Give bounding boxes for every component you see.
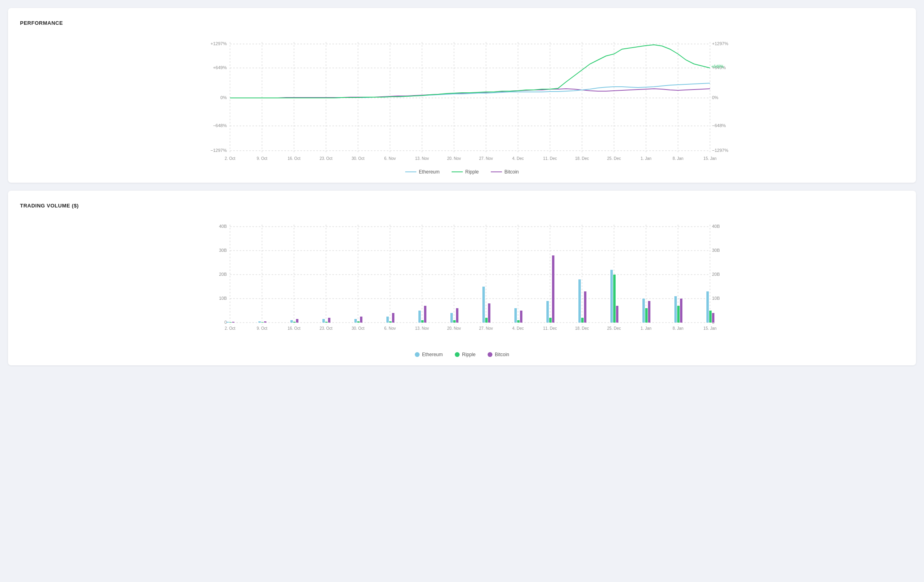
bar-eth-5 — [354, 319, 357, 323]
bar-xrp-3 — [293, 322, 296, 323]
bar-btc-4 — [328, 318, 330, 323]
legend-bitcoin-vol: Bitcoin — [488, 352, 509, 357]
volume-svg: 40B 30B 20B 10B 0 40B 30B 20B 10B 0 — [20, 217, 904, 345]
legend-bitcoin-perf: Bitcoin — [491, 169, 519, 175]
y-label-neg1-left: −648% — [213, 123, 227, 128]
bar-eth-15 — [674, 296, 677, 323]
bar-eth-4 — [322, 319, 325, 323]
svg-text:2. Oct: 2. Oct — [225, 156, 236, 161]
ripple-vol-dot-icon — [455, 352, 460, 357]
bar-xrp-6 — [389, 321, 392, 323]
svg-text:18. Dec: 18. Dec — [575, 156, 589, 161]
bar-btc-12 — [584, 291, 586, 323]
svg-text:23. Oct: 23. Oct — [320, 156, 332, 161]
svg-text:1. Jan: 1. Jan — [640, 326, 651, 331]
y-label-zero-left: 0% — [220, 95, 227, 100]
bar-btc-11 — [552, 255, 554, 323]
vol-y-30b-left: 30B — [219, 248, 227, 253]
volume-chart-area: 40B 30B 20B 10B 0 40B 30B 20B 10B 0 — [20, 217, 904, 357]
svg-text:30. Oct: 30. Oct — [352, 326, 364, 331]
bitcoin-vol-dot-icon — [488, 352, 492, 357]
vol-y-20b-left: 20B — [219, 272, 227, 277]
y-label-neg2-left: −1297% — [210, 148, 227, 153]
performance-legend: Ethereum Ripple Bitcoin — [20, 169, 904, 175]
svg-text:9. Oct: 9. Oct — [257, 156, 268, 161]
bitcoin-legend-label: Bitcoin — [504, 169, 519, 175]
svg-text:8. Jan: 8. Jan — [672, 326, 683, 331]
bar-btc-9 — [488, 303, 490, 323]
volume-card: TRADING VOLUME ($) 40B 30B 20B 10B 0 40B… — [8, 191, 916, 365]
vol-y-40b-right: 40B — [712, 224, 720, 229]
bar-xrp-5 — [357, 321, 360, 323]
y-label-top-left: +1297% — [210, 41, 227, 46]
performance-card: PERFORMANCE +1297% +649% 0% −648% −1297%… — [8, 8, 916, 183]
legend-ethereum-vol: Ethereum — [415, 352, 443, 357]
bar-btc-2 — [264, 321, 266, 323]
legend-ripple-vol: Ripple — [455, 352, 476, 357]
ethereum-legend-line-icon — [405, 170, 416, 174]
ripple-legend-label: Ripple — [465, 169, 479, 175]
volume-legend: Ethereum Ripple Bitcoin — [20, 352, 904, 357]
bar-btc-10 — [520, 311, 522, 323]
ripple-legend-line-icon — [452, 170, 463, 174]
svg-text:15. Jan: 15. Jan — [704, 156, 717, 161]
bar-eth-12 — [578, 279, 581, 323]
bar-eth-8 — [450, 313, 453, 323]
y-label-2-left: +649% — [213, 65, 227, 70]
bar-xrp-13 — [613, 275, 616, 323]
bar-btc-5 — [360, 317, 362, 323]
bar-eth-9 — [482, 287, 485, 323]
bar-eth-3 — [290, 320, 293, 323]
y-label-zero-right: 0% — [712, 95, 718, 100]
y-label-neg1-right: −648% — [712, 123, 726, 128]
ripple-right-label: +649% — [711, 64, 724, 69]
svg-text:6. Nov: 6. Nov — [384, 326, 396, 331]
svg-text:18. Dec: 18. Dec — [575, 326, 589, 331]
bitcoin-legend-line-icon — [491, 170, 502, 174]
bar-eth-14 — [642, 299, 645, 323]
bar-xrp-14 — [645, 308, 648, 323]
svg-text:13. Nov: 13. Nov — [415, 326, 429, 331]
y-label-top-right: +1297% — [712, 41, 728, 46]
svg-text:6. Nov: 6. Nov — [384, 156, 396, 161]
legend-ripple-perf: Ripple — [452, 169, 479, 175]
bar-xrp-9 — [485, 318, 488, 323]
bar-btc-14 — [648, 301, 650, 323]
bar-xrp-1 — [229, 322, 232, 323]
bar-eth-6 — [386, 317, 389, 323]
bar-eth-2 — [258, 321, 261, 323]
svg-text:1. Jan: 1. Jan — [640, 156, 651, 161]
bar-btc-15 — [680, 299, 682, 323]
y-label-neg2-right: −1297% — [712, 148, 728, 153]
bar-btc-7 — [424, 306, 426, 323]
performance-chart-area: +1297% +649% 0% −648% −1297% +1297% +649… — [20, 34, 904, 175]
bar-btc-3 — [296, 319, 298, 323]
bar-eth-11 — [546, 301, 549, 323]
vol-y-30b-right: 30B — [712, 248, 720, 253]
svg-text:27. Nov: 27. Nov — [479, 326, 493, 331]
bar-xrp-15 — [677, 306, 680, 323]
svg-text:16. Oct: 16. Oct — [288, 156, 300, 161]
bar-xrp-12 — [581, 318, 584, 323]
ethereum-legend-label: Ethereum — [419, 169, 440, 175]
svg-text:20. Nov: 20. Nov — [447, 326, 461, 331]
bar-btc-16 — [712, 313, 714, 323]
bar-btc-8 — [456, 308, 458, 323]
bar-xrp-8 — [453, 320, 456, 323]
bar-eth-16 — [706, 291, 709, 323]
bar-eth-7 — [418, 311, 421, 323]
svg-text:20. Nov: 20. Nov — [447, 156, 461, 161]
performance-svg: +1297% +649% 0% −648% −1297% +1297% +649… — [20, 34, 904, 162]
bar-eth-1 — [226, 322, 229, 323]
ethereum-performance-line — [230, 83, 710, 98]
svg-text:8. Jan: 8. Jan — [672, 156, 683, 161]
ethereum-vol-dot-icon — [415, 352, 420, 357]
svg-text:16. Oct: 16. Oct — [288, 326, 300, 331]
performance-title: PERFORMANCE — [20, 20, 904, 26]
legend-ethereum-perf: Ethereum — [405, 169, 440, 175]
svg-text:30. Oct: 30. Oct — [352, 156, 364, 161]
bar-btc-6 — [392, 313, 394, 323]
bar-btc-13 — [616, 306, 618, 323]
bar-xrp-16 — [709, 311, 712, 323]
svg-text:11. Dec: 11. Dec — [543, 156, 557, 161]
